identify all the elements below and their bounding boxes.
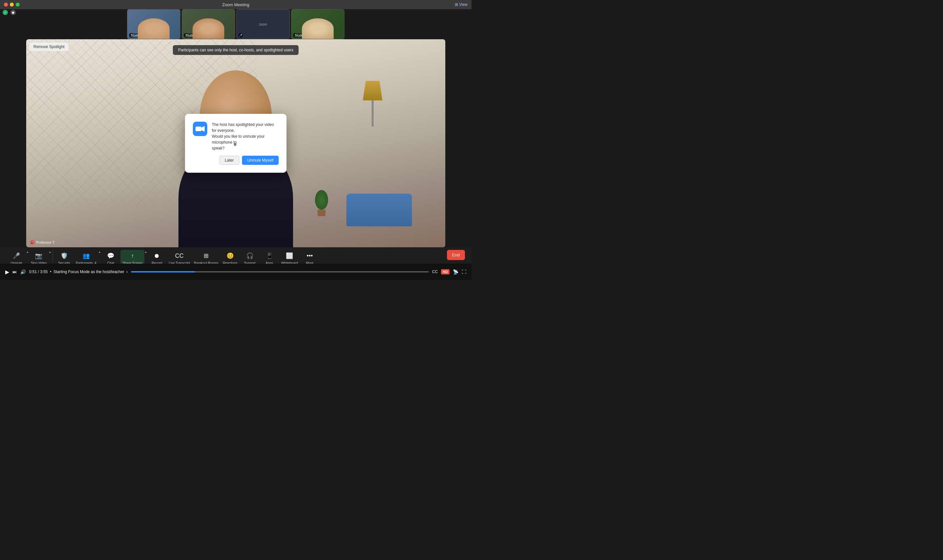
title-bar: Zoom Meeting ⊞ View [0,0,471,9]
share-arrow[interactable]: ▲ [144,251,147,254]
minimize-button[interactable] [10,3,14,6]
apps-icon: 📱 [265,251,274,260]
maximize-button[interactable] [16,3,20,6]
window-title: Zoom Meeting [222,2,249,7]
skip-button[interactable]: ⏭ [12,269,17,274]
hd-badge: HD [441,269,449,274]
support-icon: 🎧 [245,251,255,260]
lamp-shade [363,81,383,100]
participants-icon: 👥 [82,251,91,260]
participant-thumb-student2[interactable]: 🎤 Student 2 [291,9,344,39]
dialog-text: The host has spotlighted your video for … [212,122,279,151]
captions-toggle[interactable]: CC [432,269,438,274]
top-left-icons: ✓ ⏺ [3,10,16,15]
playback-bar: ▶ ⏭ 🔊 0:51 / 3:55 • Starting Focus Mode … [0,264,471,280]
participant-name-student2: Student 2 [293,33,310,38]
close-button[interactable] [4,3,8,6]
video-icon: 📷 [34,251,43,260]
security-icon: 🛡️ [60,251,69,260]
zoom-camera-svg [196,126,205,132]
spotlight-dialog: The host has spotlighted your video for … [185,114,287,173]
participant-name-student3: Student 3 [184,33,201,38]
lamp-decoration [363,81,383,133]
view-button[interactable]: ⊞ View [455,2,468,7]
dialog-buttons: Later Unmute Myself [193,156,279,165]
breakout-icon: ⊞ [201,251,210,260]
fullscreen-icon[interactable]: ⛶ [461,269,466,274]
time-display: 0:51 / 3:55 • Starting Focus Mode as the… [29,269,128,274]
end-button[interactable]: End [447,250,465,260]
main-video-area: Remove Spotlight Participants can see on… [26,39,445,247]
participant-thumb-student3[interactable]: 🎤 Student 3 [182,9,235,39]
svg-marker-1 [201,126,205,132]
share-screen-icon: ↑ [128,251,137,260]
later-button[interactable]: Later [219,156,239,165]
more-icon: ••• [305,251,314,260]
progress-fill [131,271,195,272]
mic-icon: 🎤 [12,251,21,260]
traffic-lights [4,3,20,6]
participant-zoom-label: zoom [259,23,267,26]
mute-icon-zoom: 🎤 [238,33,243,38]
professor-name: Professor T [36,240,55,245]
dark-status-icon: ⏺ [11,10,16,15]
participant-thumb-zoom[interactable]: zoom 🎤 [236,9,290,39]
participant-thumb-student1[interactable]: 🎤 Student 1 [127,9,181,39]
cast-icon[interactable]: 📡 [453,269,458,274]
unmute-myself-button[interactable]: Unmute Myself [242,156,279,165]
whiteboard-icon: ⬜ [285,251,294,260]
record-icon: ⏺ [152,251,161,260]
participants-strip: 🎤 Student 1 🎤 Student 3 zoom 🎤 🎤 Student… [127,9,344,39]
captions-icon: CC [175,251,184,260]
progress-track[interactable] [131,271,429,272]
dialog-content: The host has spotlighted your video for … [193,122,279,151]
remove-spotlight-button[interactable]: Remove Spotlight [29,43,68,51]
video-arrow[interactable]: ▲ [49,251,51,254]
green-status-icon: ✓ [3,10,8,15]
zoom-logo-icon [193,122,207,136]
volume-button[interactable]: 🔊 [20,269,26,274]
play-button[interactable]: ▶ [5,269,9,275]
participants-arrow[interactable]: ▲ [98,251,101,254]
spotlight-info-banner: Participants can see only the host, co-h… [173,45,299,55]
participant-name-student1: Student 1 [129,33,146,38]
reactions-icon: 😊 [225,251,235,260]
professor-name-tag: 🎤 Professor T [30,240,55,245]
prof-mute-icon: 🎤 [30,240,35,245]
lamp-pole [372,100,373,126]
plant-pot [318,210,326,216]
unmute-arrow[interactable]: ▲ [26,251,29,254]
svg-rect-0 [196,126,201,131]
chat-icon: 💬 [106,251,115,260]
sofa-decoration [346,194,412,226]
